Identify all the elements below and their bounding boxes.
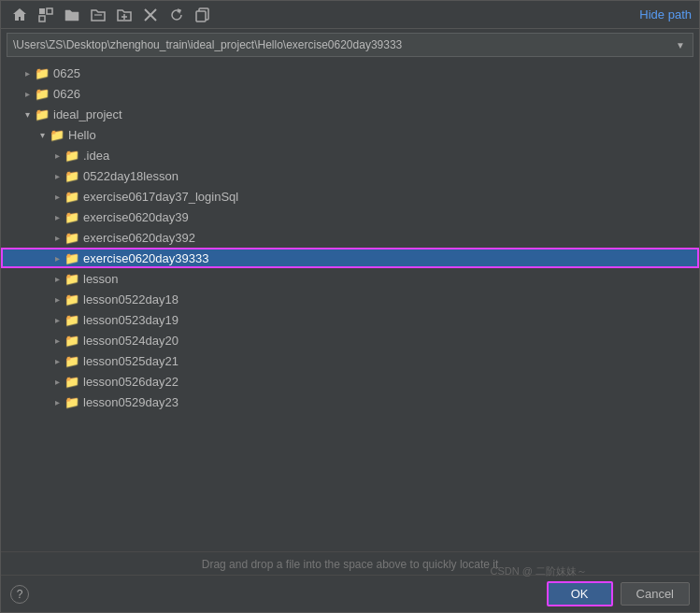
- chevron-closed-icon: ▸: [50, 192, 64, 202]
- folder-icon: 📁: [64, 334, 79, 348]
- svg-rect-0: [39, 8, 45, 14]
- path-bar: \Users\ZS\Desktop\zhenghou_train\ideal_p…: [7, 33, 693, 57]
- cancel-button[interactable]: Cancel: [621, 582, 690, 606]
- chevron-closed-icon: ▸: [50, 171, 64, 181]
- folder-icon: 📁: [64, 354, 79, 368]
- ok-button[interactable]: OK: [547, 581, 613, 606]
- home-button[interactable]: [8, 6, 31, 24]
- folder-icon: 📁: [64, 169, 79, 183]
- tree-item[interactable]: ▸📁exercise0620day392: [1, 227, 699, 248]
- folder2-button[interactable]: [87, 6, 109, 24]
- tree-item[interactable]: ▸📁lesson: [1, 268, 699, 289]
- tree-item-label: lesson0529day23: [83, 395, 179, 409]
- chevron-closed-icon: ▸: [50, 233, 64, 243]
- tree-item[interactable]: ▸📁exercise0620day39333: [1, 248, 699, 268]
- folder-icon: 📁: [64, 375, 79, 389]
- toolbar-buttons: [8, 6, 214, 24]
- tree-item[interactable]: ▸📁lesson0523day19: [1, 309, 699, 330]
- chevron-closed-icon: ▸: [20, 89, 35, 99]
- tree-item-label: exercise0620day39: [83, 210, 189, 224]
- folder-icon: 📁: [64, 210, 79, 224]
- chevron-open-icon: ▾: [20, 109, 35, 120]
- collapse-button[interactable]: [35, 6, 57, 24]
- tree-item[interactable]: ▸📁lesson0529day23: [1, 392, 699, 412]
- tree-area[interactable]: ▸📁0625▸📁0626▾📁ideal_project▾📁Hello▸📁.ide…: [1, 61, 699, 551]
- tree-item-label: Hello: [68, 128, 96, 142]
- svg-rect-1: [47, 8, 52, 14]
- chevron-closed-icon: ▸: [50, 150, 64, 161]
- folder-icon: 📁: [64, 231, 79, 245]
- tree-item-label: exercise0620day392: [83, 231, 195, 245]
- tree-item[interactable]: ▸📁lesson0524day20: [1, 330, 699, 350]
- folder-icon: 📁: [64, 395, 79, 409]
- chevron-closed-icon: ▸: [50, 315, 64, 325]
- folder-icon: 📁: [64, 292, 79, 306]
- new-folder-button[interactable]: [113, 6, 136, 24]
- tree-item[interactable]: ▾📁ideal_project: [1, 104, 699, 124]
- chevron-closed-icon: ▸: [50, 397, 64, 407]
- tree-item-label: 0625: [53, 66, 80, 80]
- chevron-open-icon: ▾: [35, 130, 50, 140]
- tree-item[interactable]: ▸📁lesson0522day18: [1, 289, 699, 309]
- chevron-closed-icon: ▸: [20, 68, 35, 78]
- help-button[interactable]: ?: [10, 585, 29, 604]
- tree-item[interactable]: ▸📁lesson0525day21: [1, 350, 699, 371]
- toolbar: Hide path: [1, 1, 699, 29]
- path-text: \Users\ZS\Desktop\zhenghou_train\ideal_p…: [13, 38, 674, 51]
- footer: ? OK Cancel: [1, 575, 699, 612]
- dialog: Hide path \Users\ZS\Desktop\zhenghou_tra…: [0, 0, 700, 613]
- folder-icon: 📁: [64, 190, 79, 204]
- folder-icon: 📁: [50, 128, 64, 142]
- tree-item-label: exercise0617day37_loginSql: [83, 190, 238, 204]
- svg-rect-6: [196, 11, 206, 21]
- folder-icon: 📁: [64, 313, 79, 327]
- chevron-closed-icon: ▸: [50, 335, 64, 346]
- folder-icon: 📁: [35, 66, 50, 80]
- tree-item-label: lesson0526day22: [83, 375, 179, 389]
- chevron-closed-icon: ▸: [50, 212, 64, 222]
- delete-button[interactable]: [139, 6, 162, 24]
- chevron-closed-icon: ▸: [50, 294, 64, 305]
- path-dropdown-button[interactable]: ▼: [674, 40, 687, 50]
- tree-item-label: .idea: [83, 149, 109, 163]
- tree-item[interactable]: ▸📁lesson0526day22: [1, 371, 699, 392]
- tree-item[interactable]: ▸📁0522day18lesson: [1, 165, 699, 186]
- tree-item[interactable]: ▸📁0625: [1, 63, 699, 83]
- tree-item-label: 0626: [53, 87, 80, 101]
- folder-icon: 📁: [35, 87, 50, 101]
- folder-icon: 📁: [64, 272, 79, 286]
- chevron-closed-icon: ▸: [50, 356, 64, 366]
- tree-item-label: ideal_project: [53, 107, 122, 121]
- watermark: CSDN @ 二阶妹妹～: [491, 564, 587, 578]
- refresh-button[interactable]: [165, 6, 188, 24]
- tree-item-label: lesson: [83, 272, 119, 286]
- footer-left: ?: [10, 585, 29, 604]
- tree-item[interactable]: ▸📁exercise0620day39: [1, 207, 699, 227]
- folder-button[interactable]: [61, 6, 83, 24]
- footer-right: OK Cancel: [547, 581, 690, 606]
- tree-item[interactable]: ▸📁.idea: [1, 145, 699, 165]
- folder-icon: 📁: [35, 107, 50, 121]
- tree-item-label: lesson0522day18: [83, 292, 179, 306]
- copy-path-button[interactable]: [192, 6, 214, 24]
- tree-item[interactable]: ▸📁0626: [1, 83, 699, 104]
- tree-item-label: lesson0523day19: [83, 313, 179, 327]
- folder-icon: 📁: [64, 149, 79, 163]
- folder-icon: 📁: [64, 251, 79, 265]
- drag-hint: Drag and drop a file into the space abov…: [1, 551, 699, 575]
- tree-item-label: 0522day18lesson: [83, 169, 179, 183]
- tree-item-label: lesson0525day21: [83, 354, 179, 368]
- tree-item-label: exercise0620day39333: [83, 251, 208, 265]
- chevron-closed-icon: ▸: [50, 377, 64, 387]
- chevron-closed-icon: ▸: [50, 253, 64, 264]
- tree-item[interactable]: ▾📁Hello: [1, 124, 699, 145]
- tree-item-label: lesson0524day20: [83, 334, 179, 348]
- chevron-closed-icon: ▸: [50, 274, 64, 284]
- tree-item[interactable]: ▸📁exercise0617day37_loginSql: [1, 186, 699, 207]
- hide-path-link[interactable]: Hide path: [639, 7, 692, 21]
- svg-rect-2: [39, 16, 45, 21]
